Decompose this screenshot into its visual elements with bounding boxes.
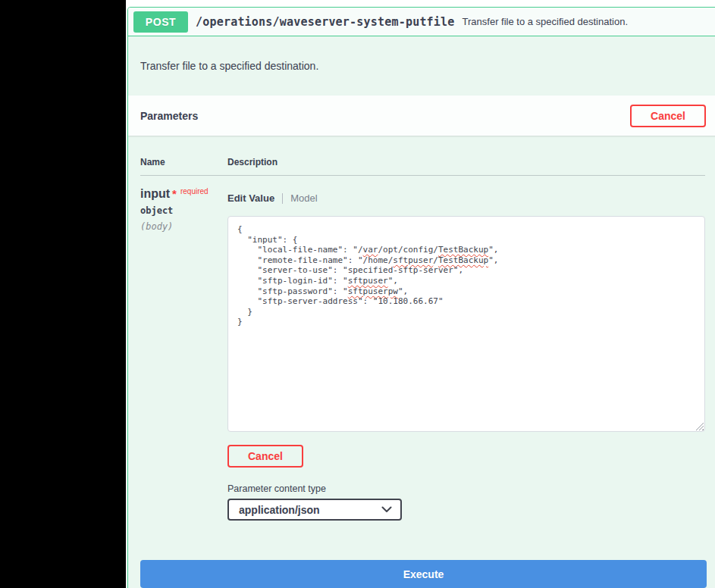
content-type-selected-value: application/json <box>239 504 320 516</box>
parameter-description-cell: Edit Value Model { "input": { "local-fil… <box>227 187 705 521</box>
parameter-name-cell: input*required object (body) <box>140 187 227 521</box>
required-label: required <box>180 187 209 195</box>
parameter-content-type-label: Parameter content type <box>227 483 705 494</box>
content-type-select[interactable]: application/json <box>227 499 402 521</box>
parameter-type: object <box>140 205 227 216</box>
chevron-down-icon <box>381 506 392 513</box>
post-operation-block: POST /operations/waveserver-system-putfi… <box>127 7 715 588</box>
parameter-in: (body) <box>140 221 227 232</box>
operation-summary-text: Transfer file to a specified destination… <box>463 16 628 27</box>
body-editor-tabs: Edit Value Model <box>227 192 705 204</box>
operation-description-text: Transfer file to a specified destination… <box>140 60 318 72</box>
tab-model[interactable]: Model <box>290 192 317 204</box>
column-header-name: Name <box>140 157 227 167</box>
editor-cancel-button[interactable]: Cancel <box>227 445 303 468</box>
parameters-title: Parameters <box>140 110 198 122</box>
operation-summary-bar[interactable]: POST /operations/waveserver-system-putfi… <box>128 8 715 36</box>
parameter-content-type-group: Parameter content type application/json <box>227 483 705 521</box>
parameter-name: input <box>140 187 170 200</box>
required-asterisk: * <box>172 187 177 200</box>
request-body-editor[interactable]: { "input": { "local-file-name": "/var/op… <box>227 216 705 432</box>
parameter-row: input*required object (body) Edit Value … <box>140 176 705 521</box>
parameters-table: Name Description input*required object (… <box>128 136 715 521</box>
tab-separator <box>282 193 283 204</box>
execute-wrapper: Execute <box>128 521 715 588</box>
column-header-description: Description <box>227 157 278 167</box>
textarea-resize-handle[interactable] <box>695 422 704 430</box>
cancel-try-out-button[interactable]: Cancel <box>630 105 706 127</box>
operation-path: /operations/waveserver-system-putfile <box>196 15 455 29</box>
parameters-section-header: Parameters Cancel <box>128 95 715 136</box>
request-body-editor-text: { "input": { "local-file-name": "/var/op… <box>237 224 695 327</box>
method-badge: POST <box>133 11 188 33</box>
left-black-gutter <box>0 0 126 588</box>
parameters-table-header: Name Description <box>140 136 705 176</box>
tab-edit-value[interactable]: Edit Value <box>227 192 274 204</box>
operation-description: Transfer file to a specified destination… <box>128 36 715 95</box>
execute-button[interactable]: Execute <box>140 560 707 588</box>
